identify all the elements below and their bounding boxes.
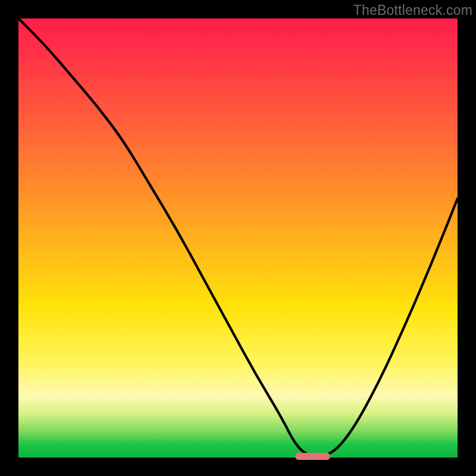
optimum-marker — [295, 453, 330, 460]
bottleneck-curve — [18, 18, 458, 456]
attribution-text: TheBottleneck.com — [353, 2, 472, 18]
plot-area — [18, 18, 458, 458]
chart-frame: TheBottleneck.com — [0, 0, 476, 476]
curve-svg — [18, 18, 458, 458]
